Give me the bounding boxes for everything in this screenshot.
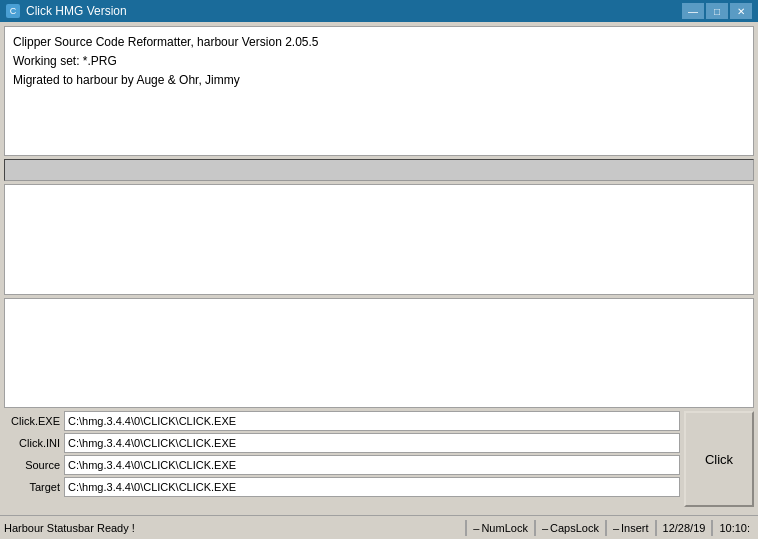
main-content: Clipper Source Code Reformatter, harbour… — [0, 22, 758, 515]
num-lock-label: NumLock — [481, 522, 527, 534]
insert-label: Insert — [621, 522, 649, 534]
click-exe-row: Click.EXE — [4, 411, 680, 431]
caps-lock-item: – CapsLock — [538, 522, 603, 534]
click-ini-input[interactable] — [64, 433, 680, 453]
status-separator-3 — [605, 520, 607, 536]
status-main-text: Harbour Statusbar Ready ! — [4, 522, 463, 534]
info-line1: Clipper Source Code Reformatter, harbour… — [13, 33, 745, 52]
window-title: Click HMG Version — [26, 4, 127, 18]
click-exe-label: Click.EXE — [4, 415, 60, 427]
target-row: Target — [4, 477, 680, 497]
log-panel-1 — [4, 184, 754, 295]
title-controls: — □ ✕ — [682, 3, 752, 19]
progress-bar — [5, 160, 753, 180]
close-button[interactable]: ✕ — [730, 3, 752, 19]
fields-left: Click.EXE Click.INI Source Target — [4, 411, 680, 511]
date-text: 12/28/19 — [663, 522, 706, 534]
source-label: Source — [4, 459, 60, 471]
minimize-button[interactable]: — — [682, 3, 704, 19]
info-line3: Migrated to harbour by Auge & Ohr, Jimmy — [13, 71, 745, 90]
status-separator-4 — [655, 520, 657, 536]
source-input[interactable] — [64, 455, 680, 475]
caps-lock-label: CapsLock — [550, 522, 599, 534]
click-ini-label: Click.INI — [4, 437, 60, 449]
click-ini-row: Click.INI — [4, 433, 680, 453]
info-line2: Working set: *.PRG — [13, 52, 745, 71]
fields-area: Click.EXE Click.INI Source Target Click — [4, 411, 754, 511]
status-separator-2 — [534, 520, 536, 536]
target-input[interactable] — [64, 477, 680, 497]
progress-area — [4, 159, 754, 181]
num-lock-indicator: – — [473, 522, 479, 534]
time-text: 10:10: — [719, 522, 750, 534]
status-separator-5 — [711, 520, 713, 536]
caps-lock-indicator: – — [542, 522, 548, 534]
click-exe-input[interactable] — [64, 411, 680, 431]
target-label: Target — [4, 481, 60, 493]
title-bar-left: C Click HMG Version — [6, 4, 127, 18]
status-bar: Harbour Statusbar Ready ! – NumLock – Ca… — [0, 515, 758, 539]
num-lock-item: – NumLock — [469, 522, 532, 534]
insert-indicator: – — [613, 522, 619, 534]
click-button[interactable]: Click — [684, 411, 754, 507]
info-panel: Clipper Source Code Reformatter, harbour… — [4, 26, 754, 156]
app-icon: C — [6, 4, 20, 18]
insert-item: – Insert — [609, 522, 653, 534]
source-row: Source — [4, 455, 680, 475]
time-item: 10:10: — [715, 522, 754, 534]
date-item: 12/28/19 — [659, 522, 710, 534]
title-bar: C Click HMG Version — □ ✕ — [0, 0, 758, 22]
maximize-button[interactable]: □ — [706, 3, 728, 19]
log-panel-2 — [4, 298, 754, 409]
status-separator-1 — [465, 520, 467, 536]
